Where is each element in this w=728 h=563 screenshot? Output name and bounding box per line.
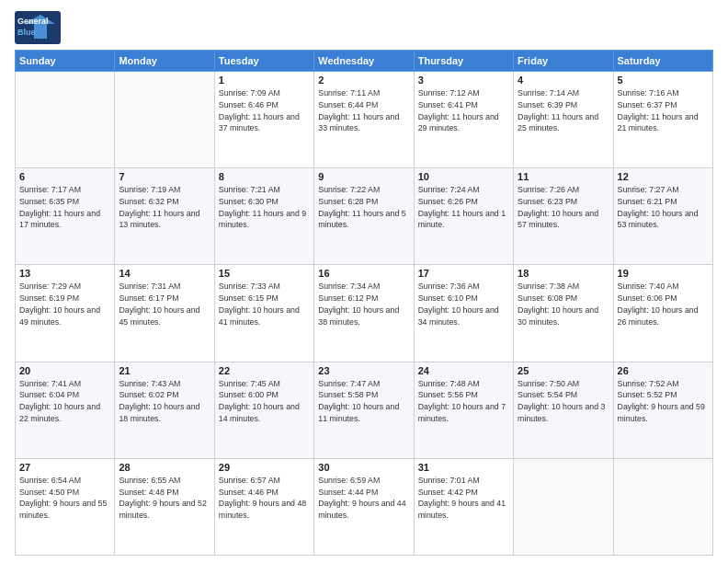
day-info: Sunrise: 7:38 AM Sunset: 6:08 PM Dayligh… xyxy=(518,281,609,327)
weekday-header-tuesday: Tuesday xyxy=(214,51,313,72)
day-number: 10 xyxy=(418,171,509,182)
week-row-1: 1Sunrise: 7:09 AM Sunset: 6:46 PM Daylig… xyxy=(16,72,713,168)
calendar-cell: 12Sunrise: 7:27 AM Sunset: 6:21 PM Dayli… xyxy=(613,168,712,265)
calendar-cell: 23Sunrise: 7:47 AM Sunset: 5:58 PM Dayli… xyxy=(314,362,414,458)
day-number: 4 xyxy=(518,75,609,86)
calendar-cell: 29Sunrise: 6:57 AM Sunset: 4:46 PM Dayli… xyxy=(214,458,313,555)
day-info: Sunrise: 7:45 AM Sunset: 6:00 PM Dayligh… xyxy=(219,378,310,425)
day-number: 20 xyxy=(19,365,110,376)
calendar-cell: 13Sunrise: 7:29 AM Sunset: 6:19 PM Dayli… xyxy=(16,265,115,362)
day-info: Sunrise: 7:41 AM Sunset: 6:04 PM Dayligh… xyxy=(19,378,110,425)
calendar-cell: 17Sunrise: 7:36 AM Sunset: 6:10 PM Dayli… xyxy=(414,265,513,362)
page: General Blue SundayMondayTuesdayWednesda… xyxy=(0,0,728,563)
day-info: Sunrise: 7:19 AM Sunset: 6:32 PM Dayligh… xyxy=(119,184,210,231)
day-number: 22 xyxy=(219,365,310,376)
day-info: Sunrise: 7:17 AM Sunset: 6:35 PM Dayligh… xyxy=(19,184,110,231)
weekday-header-thursday: Thursday xyxy=(414,51,513,72)
day-number: 28 xyxy=(119,462,210,473)
calendar-cell: 26Sunrise: 7:52 AM Sunset: 5:52 PM Dayli… xyxy=(613,362,712,458)
calendar-cell: 3Sunrise: 7:12 AM Sunset: 6:41 PM Daylig… xyxy=(414,72,513,168)
day-number: 25 xyxy=(518,365,609,376)
calendar-cell: 22Sunrise: 7:45 AM Sunset: 6:00 PM Dayli… xyxy=(214,362,313,458)
calendar-cell: 21Sunrise: 7:43 AM Sunset: 6:02 PM Dayli… xyxy=(115,362,214,458)
day-number: 14 xyxy=(119,268,210,279)
day-info: Sunrise: 7:52 AM Sunset: 5:52 PM Dayligh… xyxy=(618,378,709,425)
svg-text:Blue: Blue xyxy=(17,28,36,37)
calendar-cell: 30Sunrise: 6:59 AM Sunset: 4:44 PM Dayli… xyxy=(314,458,414,555)
calendar-cell: 28Sunrise: 6:55 AM Sunset: 4:48 PM Dayli… xyxy=(115,458,214,555)
calendar-cell xyxy=(16,72,115,168)
day-info: Sunrise: 7:24 AM Sunset: 6:26 PM Dayligh… xyxy=(418,184,509,231)
day-info: Sunrise: 6:57 AM Sunset: 4:46 PM Dayligh… xyxy=(219,475,310,522)
calendar-cell: 19Sunrise: 7:40 AM Sunset: 6:06 PM Dayli… xyxy=(613,265,712,362)
week-row-2: 6Sunrise: 7:17 AM Sunset: 6:35 PM Daylig… xyxy=(16,168,713,265)
day-info: Sunrise: 7:21 AM Sunset: 6:30 PM Dayligh… xyxy=(219,184,310,231)
day-number: 27 xyxy=(19,462,110,473)
header: General Blue xyxy=(15,11,713,44)
week-row-5: 27Sunrise: 6:54 AM Sunset: 4:50 PM Dayli… xyxy=(16,458,713,555)
day-number: 16 xyxy=(318,268,409,279)
day-info: Sunrise: 7:43 AM Sunset: 6:02 PM Dayligh… xyxy=(119,378,210,425)
day-number: 3 xyxy=(418,75,509,86)
day-info: Sunrise: 7:12 AM Sunset: 6:41 PM Dayligh… xyxy=(418,87,509,134)
day-info: Sunrise: 7:22 AM Sunset: 6:28 PM Dayligh… xyxy=(318,184,409,231)
weekday-header-monday: Monday xyxy=(115,51,214,72)
day-info: Sunrise: 7:40 AM Sunset: 6:06 PM Dayligh… xyxy=(618,281,709,327)
day-number: 2 xyxy=(318,75,409,86)
weekday-header-sunday: Sunday xyxy=(16,51,115,72)
svg-text:General: General xyxy=(17,17,49,26)
day-info: Sunrise: 7:31 AM Sunset: 6:17 PM Dayligh… xyxy=(119,281,210,327)
day-info: Sunrise: 7:11 AM Sunset: 6:44 PM Dayligh… xyxy=(318,87,409,134)
day-info: Sunrise: 7:29 AM Sunset: 6:19 PM Dayligh… xyxy=(19,281,110,327)
day-number: 6 xyxy=(19,171,110,182)
day-number: 19 xyxy=(618,268,709,279)
day-number: 5 xyxy=(618,75,709,86)
calendar-cell: 11Sunrise: 7:26 AM Sunset: 6:23 PM Dayli… xyxy=(514,168,613,265)
calendar-cell: 10Sunrise: 7:24 AM Sunset: 6:26 PM Dayli… xyxy=(414,168,513,265)
day-info: Sunrise: 7:48 AM Sunset: 5:56 PM Dayligh… xyxy=(418,378,509,425)
calendar-cell: 15Sunrise: 7:33 AM Sunset: 6:15 PM Dayli… xyxy=(214,265,313,362)
day-info: Sunrise: 7:34 AM Sunset: 6:12 PM Dayligh… xyxy=(318,281,409,327)
day-info: Sunrise: 7:26 AM Sunset: 6:23 PM Dayligh… xyxy=(518,184,609,231)
day-info: Sunrise: 6:55 AM Sunset: 4:48 PM Dayligh… xyxy=(119,475,210,522)
day-number: 23 xyxy=(318,365,409,376)
calendar-cell: 9Sunrise: 7:22 AM Sunset: 6:28 PM Daylig… xyxy=(314,168,414,265)
weekday-header-wednesday: Wednesday xyxy=(314,51,414,72)
calendar-cell xyxy=(514,458,613,555)
calendar-cell: 24Sunrise: 7:48 AM Sunset: 5:56 PM Dayli… xyxy=(414,362,513,458)
calendar-cell: 16Sunrise: 7:34 AM Sunset: 6:12 PM Dayli… xyxy=(314,265,414,362)
calendar-cell xyxy=(115,72,214,168)
weekday-header-saturday: Saturday xyxy=(613,51,712,72)
week-row-4: 20Sunrise: 7:41 AM Sunset: 6:04 PM Dayli… xyxy=(16,362,713,458)
day-info: Sunrise: 6:54 AM Sunset: 4:50 PM Dayligh… xyxy=(19,475,110,522)
day-number: 15 xyxy=(219,268,310,279)
logo: General Blue xyxy=(15,11,61,44)
day-number: 29 xyxy=(219,462,310,473)
day-info: Sunrise: 7:47 AM Sunset: 5:58 PM Dayligh… xyxy=(318,378,409,425)
calendar-cell: 14Sunrise: 7:31 AM Sunset: 6:17 PM Dayli… xyxy=(115,265,214,362)
day-info: Sunrise: 7:14 AM Sunset: 6:39 PM Dayligh… xyxy=(518,87,609,134)
day-info: Sunrise: 7:27 AM Sunset: 6:21 PM Dayligh… xyxy=(618,184,709,231)
calendar-cell: 2Sunrise: 7:11 AM Sunset: 6:44 PM Daylig… xyxy=(314,72,414,168)
day-info: Sunrise: 7:33 AM Sunset: 6:15 PM Dayligh… xyxy=(219,281,310,327)
calendar-cell: 8Sunrise: 7:21 AM Sunset: 6:30 PM Daylig… xyxy=(214,168,313,265)
calendar-cell: 18Sunrise: 7:38 AM Sunset: 6:08 PM Dayli… xyxy=(514,265,613,362)
day-number: 1 xyxy=(219,75,310,86)
day-info: Sunrise: 7:36 AM Sunset: 6:10 PM Dayligh… xyxy=(418,281,509,327)
day-info: Sunrise: 7:16 AM Sunset: 6:37 PM Dayligh… xyxy=(618,87,709,134)
calendar-cell xyxy=(613,458,712,555)
day-number: 13 xyxy=(19,268,110,279)
calendar-cell: 25Sunrise: 7:50 AM Sunset: 5:54 PM Dayli… xyxy=(514,362,613,458)
day-number: 30 xyxy=(318,462,409,473)
day-number: 11 xyxy=(518,171,609,182)
calendar-body: 1Sunrise: 7:09 AM Sunset: 6:46 PM Daylig… xyxy=(16,72,713,556)
day-number: 9 xyxy=(318,171,409,182)
day-number: 17 xyxy=(418,268,509,279)
logo-svg: General Blue xyxy=(15,11,61,44)
day-number: 18 xyxy=(518,268,609,279)
day-info: Sunrise: 7:50 AM Sunset: 5:54 PM Dayligh… xyxy=(518,378,609,425)
calendar-cell: 20Sunrise: 7:41 AM Sunset: 6:04 PM Dayli… xyxy=(16,362,115,458)
day-number: 21 xyxy=(119,365,210,376)
calendar-cell: 31Sunrise: 7:01 AM Sunset: 4:42 PM Dayli… xyxy=(414,458,513,555)
calendar-cell: 6Sunrise: 7:17 AM Sunset: 6:35 PM Daylig… xyxy=(16,168,115,265)
